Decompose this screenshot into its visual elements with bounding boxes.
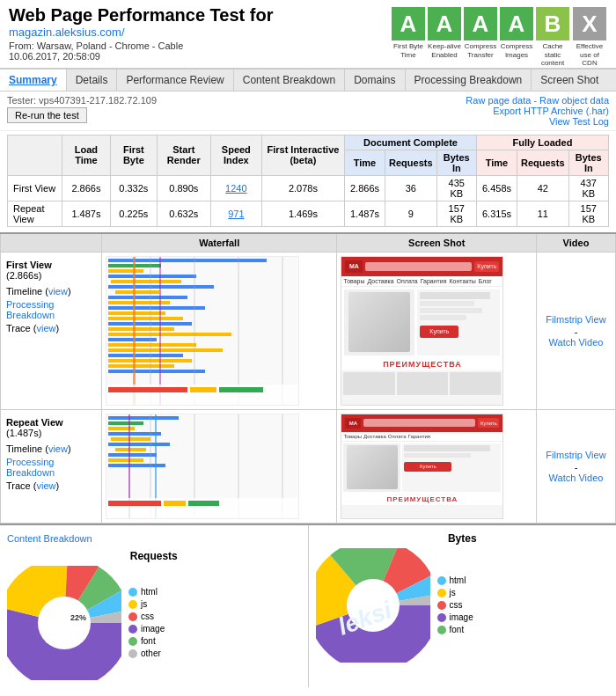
bytes-title: Bytes bbox=[316, 532, 610, 545]
raw-page-link[interactable]: Raw page data - Raw object data bbox=[466, 95, 609, 106]
video-dash-2: - bbox=[575, 462, 578, 473]
svg-rect-0 bbox=[108, 259, 267, 262]
svg-rect-14 bbox=[108, 333, 231, 336]
content-breakdown-link[interactable]: Content Breakdown bbox=[7, 533, 92, 544]
svg-rect-49 bbox=[108, 501, 161, 506]
grade-keepalive: A Keep-aliveEnabled bbox=[428, 7, 461, 68]
bytes-pie-chart: leksi bbox=[316, 548, 430, 663]
row-repeatview-startrender: 0.632s bbox=[157, 201, 210, 226]
bottom-section: Content Breakdown Requests bbox=[0, 524, 616, 687]
filmstrip-view-link-2[interactable]: Filmstrip View bbox=[542, 450, 610, 460]
processing-breakdown-link-2[interactable]: Processing Breakdown bbox=[6, 457, 55, 478]
repeatview-waterfall bbox=[106, 414, 299, 519]
col-header-screenshot: Screen Shot bbox=[337, 233, 537, 253]
grade-label-a3: CompressTransfer bbox=[465, 42, 496, 59]
row-repeatview-dc-requests: 9 bbox=[385, 201, 437, 226]
svg-rect-37 bbox=[108, 443, 170, 446]
metrics-col-startrender: Start Render bbox=[157, 135, 210, 175]
metrics-dc-requests: Requests bbox=[385, 150, 437, 175]
svg-rect-19 bbox=[108, 359, 192, 363]
metrics-fully-loaded-header: Fully Loaded bbox=[476, 135, 608, 150]
bytes-legend-font: font bbox=[437, 625, 473, 634]
svg-rect-51 bbox=[188, 501, 219, 506]
tab-domains[interactable]: Domains bbox=[345, 70, 405, 91]
metrics-section: Load Time First Byte Start Render Speed … bbox=[0, 131, 616, 229]
row-repeatview-dc-bytes: 157 KB bbox=[436, 201, 476, 226]
svg-rect-9 bbox=[108, 306, 205, 310]
firstview-screenshot-cell: MA Купить Товары Доставка Оплата Гаранти… bbox=[337, 252, 537, 409]
svg-rect-11 bbox=[108, 317, 183, 320]
svg-rect-32 bbox=[108, 416, 179, 420]
svg-rect-4 bbox=[111, 280, 181, 283]
row-repeatview-firstbyte: 0.225s bbox=[110, 201, 157, 226]
tab-summary[interactable]: Summary bbox=[0, 70, 67, 91]
repeatview-trace: Trace (view) bbox=[6, 480, 96, 491]
svg-rect-12 bbox=[108, 322, 192, 326]
row-repeatview-speedindex[interactable]: 971 bbox=[210, 201, 261, 226]
export-har-link[interactable]: Export HTTP Archive (.har) bbox=[493, 106, 609, 116]
firstview-subtitle: (2.866s) bbox=[6, 270, 96, 281]
metrics-dc-time: Time bbox=[345, 150, 385, 175]
col-header-empty bbox=[1, 233, 102, 253]
svg-rect-36 bbox=[111, 437, 150, 441]
bytes-legend-js: js bbox=[437, 588, 473, 597]
svg-rect-17 bbox=[108, 348, 223, 352]
firstview-screenshot: MA Купить Товары Доставка Оплата Гаранти… bbox=[341, 256, 503, 406]
timeline-view-link-1[interactable]: view bbox=[48, 286, 68, 297]
svg-rect-7 bbox=[108, 296, 187, 299]
grade-letter-a3: A bbox=[464, 7, 497, 40]
row-firstview-dc-time: 2.866s bbox=[345, 175, 385, 201]
requests-title: Requests bbox=[7, 550, 301, 562]
firstview-trace: Trace (view) bbox=[6, 323, 96, 333]
metrics-col-firstbyte: First Byte bbox=[110, 135, 157, 175]
grade-letter-b: B bbox=[536, 7, 569, 40]
svg-rect-2 bbox=[108, 269, 143, 273]
rerun-button[interactable]: Re-run the test bbox=[7, 107, 87, 123]
row-firstview-speedindex[interactable]: 1240 bbox=[210, 175, 261, 201]
filmstrip-view-link-1[interactable]: Filmstrip View bbox=[542, 314, 610, 325]
row-firstview-fl-requests: 42 bbox=[517, 175, 569, 201]
bytes-legend-css: css bbox=[437, 600, 473, 610]
metrics-fl-bytes: Bytes In bbox=[568, 150, 608, 175]
legend-css: css bbox=[128, 612, 165, 621]
row-firstview-firstinteractive: 2.078s bbox=[261, 175, 344, 201]
svg-rect-6 bbox=[115, 290, 159, 294]
legend-js: js bbox=[128, 599, 165, 609]
trace-view-link-2[interactable]: view bbox=[36, 480, 55, 491]
grade-letter-a1: A bbox=[392, 7, 425, 40]
grade-first-byte: A First ByteTime bbox=[392, 7, 425, 68]
svg-rect-16 bbox=[108, 343, 196, 347]
trace-view-link-1[interactable]: view bbox=[36, 323, 55, 333]
row-repeatview-firstinteractive: 1.469s bbox=[261, 201, 344, 226]
row-firstview-startrender: 0.890s bbox=[157, 175, 210, 201]
site-url[interactable]: magazin.aleksius.com/ bbox=[9, 26, 125, 39]
tab-details[interactable]: Details bbox=[67, 70, 118, 91]
svg-rect-10 bbox=[108, 311, 165, 315]
grade-cdn: X Effectiveuse of CDN bbox=[572, 7, 607, 68]
watch-video-link-1[interactable]: Watch Video bbox=[549, 337, 604, 348]
repeatview-processing: Processing Breakdown bbox=[6, 457, 96, 478]
table-row-firstview: First View (2.866s) Timeline (view) Proc… bbox=[1, 252, 616, 409]
watch-video-link-2[interactable]: Watch Video bbox=[549, 473, 604, 483]
tab-screen-shot[interactable]: Screen Shot bbox=[532, 70, 607, 91]
metrics-table: Load Time First Byte Start Render Speed … bbox=[7, 135, 609, 227]
repeatview-title: Repeat View bbox=[6, 417, 96, 428]
grade-compress-images: A CompressImages bbox=[500, 7, 533, 68]
bytes-legend-image: image bbox=[437, 612, 473, 622]
tester-info: Tester: vps407391-217.182.72.109 bbox=[7, 95, 157, 106]
svg-text:53.7%: 53.7% bbox=[46, 636, 69, 645]
view-test-log-link[interactable]: View Test Log bbox=[549, 116, 609, 127]
tab-processing-breakdown[interactable]: Processing Breakdown bbox=[406, 70, 532, 91]
requests-section: Requests bbox=[7, 550, 301, 680]
tab-content-breakdown[interactable]: Content Breakdown bbox=[234, 70, 345, 91]
svg-rect-38 bbox=[115, 448, 146, 451]
tab-performance-review[interactable]: Performance Review bbox=[117, 70, 233, 91]
processing-breakdown-link-1[interactable]: Processing Breakdown bbox=[6, 299, 55, 320]
svg-rect-13 bbox=[108, 327, 174, 331]
bottom-left: Content Breakdown Requests bbox=[0, 525, 309, 687]
row-firstview-dc-bytes: 435 KB bbox=[436, 175, 476, 201]
svg-rect-34 bbox=[108, 427, 135, 430]
svg-rect-29 bbox=[108, 387, 187, 392]
timeline-view-link-2[interactable]: view bbox=[48, 443, 68, 454]
metrics-col-speedindex: Speed Index bbox=[210, 135, 261, 175]
